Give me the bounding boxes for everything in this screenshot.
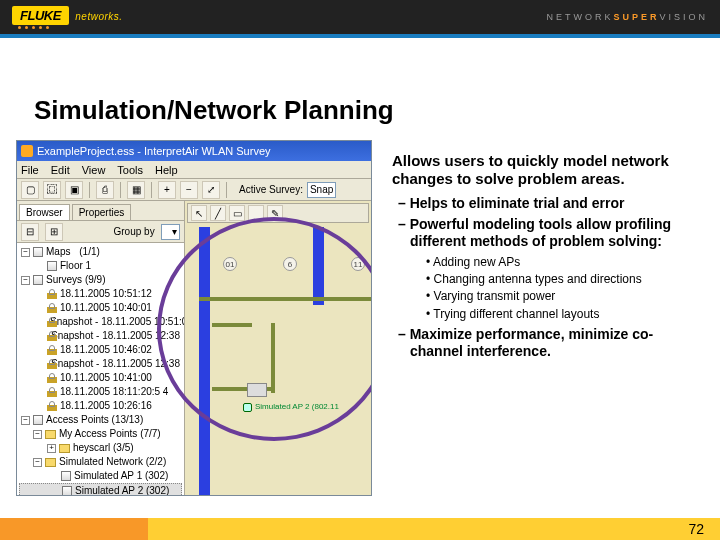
bullet-l2: Varying transmit power (436, 289, 700, 304)
bullet-l1: Helps to eliminate trial and error (410, 195, 700, 212)
lock-icon (47, 373, 57, 383)
wall-icon[interactable]: ╱ (210, 205, 226, 221)
lock-icon (47, 359, 48, 369)
open-icon[interactable]: ⿴ (43, 181, 61, 199)
wall-segment (313, 227, 324, 305)
tree-toolbar: ⊟ ⊞ Group by ▾ (17, 221, 184, 243)
paint-icon[interactable]: ✎ (267, 205, 283, 221)
lead-text: Allows users to quickly model network ch… (392, 152, 700, 189)
ap-badge: 6 (283, 257, 297, 271)
folder-icon (33, 247, 43, 257)
bullet-l1: Powerful modeling tools allow profiling … (410, 216, 700, 251)
footer-main: 72 (148, 518, 720, 540)
save-icon[interactable]: ▣ (65, 181, 83, 199)
group-by-label: Group by (114, 226, 155, 237)
panel-tabs: Browser Properties (17, 201, 184, 221)
footer-accent (0, 518, 148, 540)
lock-icon (47, 331, 48, 341)
app-icon (21, 145, 33, 157)
menu-bar: File Edit View Tools Help (17, 161, 371, 179)
app-screenshot: ExampleProject.ess - InterpretAir WLAN S… (16, 140, 372, 496)
logo-dots (18, 26, 123, 29)
ap-icon (61, 471, 71, 481)
menu-edit[interactable]: Edit (51, 164, 70, 176)
tab-browser[interactable]: Browser (19, 204, 70, 220)
tree-view[interactable]: −Maps (1/1) Floor 1 −Surveys (9/9) 18.11… (17, 243, 184, 495)
collapse-icon[interactable]: − (33, 430, 42, 439)
menu-help[interactable]: Help (155, 164, 178, 176)
active-survey-dropdown[interactable]: Snap (307, 182, 336, 198)
lock-icon (47, 387, 57, 397)
folder-icon (45, 458, 56, 467)
fluke-logo: FLUKE networks. (12, 6, 123, 29)
tab-properties[interactable]: Properties (72, 204, 132, 220)
ap-badge: 01 (223, 257, 237, 271)
bullet-l2: Adding new APs (436, 255, 700, 270)
ap-icon (62, 486, 72, 495)
laptop-icon (247, 383, 267, 397)
collapse-icon[interactable]: − (21, 248, 30, 257)
folder-icon (33, 415, 43, 425)
new-icon[interactable]: ▢ (21, 181, 39, 199)
map-icon (47, 261, 57, 271)
rect-icon[interactable]: ▭ (229, 205, 245, 221)
main-toolbar: ▢ ⿴ ▣ ⎙ ▦ + − ⤢ Active Survey: Snap (17, 179, 371, 201)
header-accent-bar (0, 34, 720, 38)
menu-file[interactable]: File (21, 164, 39, 176)
brick-wall-icon[interactable] (248, 205, 264, 221)
wall-segment (271, 323, 275, 393)
slide-title: Simulation/Network Planning (34, 95, 394, 126)
print-icon[interactable]: ⎙ (96, 181, 114, 199)
tagline: NETWORKSUPERVISION (546, 12, 708, 22)
expand-icon[interactable]: + (47, 444, 56, 453)
drawing-palette: ↖ ╱ ▭ ✎ (187, 203, 369, 223)
lock-icon (47, 345, 57, 355)
bullet-l1: Maximize performance, minimize co-channe… (410, 326, 700, 361)
folder-icon (45, 430, 56, 439)
folder-icon (59, 444, 70, 453)
menu-view[interactable]: View (82, 164, 106, 176)
lock-icon (47, 401, 57, 411)
wall-segment (199, 297, 371, 301)
collapse-icon[interactable]: ⊞ (45, 223, 63, 241)
collapse-icon[interactable]: − (21, 416, 30, 425)
bullet-l2: Changing antenna types and directions (436, 272, 700, 287)
folder-icon (33, 275, 43, 285)
window-titlebar: ExampleProject.ess - InterpretAir WLAN S… (17, 141, 371, 161)
ap-badge: 11 (351, 257, 365, 271)
ap-label: Simulated AP 2 (802.11 (255, 402, 339, 411)
pointer-icon[interactable]: ↖ (191, 205, 207, 221)
brand-header: FLUKE networks. NETWORKSUPERVISION (0, 0, 720, 34)
logo-subtext: networks. (75, 11, 122, 22)
lock-icon (47, 303, 57, 313)
zoom-in-icon[interactable]: + (158, 181, 176, 199)
expand-icon[interactable]: ⊟ (21, 223, 39, 241)
collapse-icon[interactable]: − (33, 458, 42, 467)
zoom-out-icon[interactable]: − (180, 181, 198, 199)
grid-icon[interactable]: ▦ (127, 181, 145, 199)
collapse-icon[interactable]: − (21, 276, 30, 285)
lock-icon (47, 289, 57, 299)
menu-tools[interactable]: Tools (117, 164, 143, 176)
slide-bullets: Allows users to quickly model network ch… (392, 152, 700, 365)
wall-segment (212, 323, 252, 327)
active-survey-label: Active Survey: (239, 184, 303, 195)
logo-text: FLUKE (12, 6, 69, 25)
zoom-fit-icon[interactable]: ⤢ (202, 181, 220, 199)
tree-selected-item: Simulated AP 2 (302) (19, 483, 182, 495)
footer-bar: 72 (0, 518, 720, 540)
page-number: 72 (688, 521, 704, 537)
bullet-l2: Trying different channel layouts (436, 307, 700, 322)
group-by-dropdown[interactable]: ▾ (161, 224, 180, 240)
left-panel: Browser Properties ⊟ ⊞ Group by ▾ −Maps … (17, 201, 185, 495)
wall-segment (199, 227, 210, 495)
floorplan-canvas[interactable]: ↖ ╱ ▭ ✎ 01 6 11 10 9 8 Si (185, 201, 371, 495)
ap-marker[interactable] (243, 403, 252, 412)
window-title: ExampleProject.ess - InterpretAir WLAN S… (37, 145, 271, 157)
